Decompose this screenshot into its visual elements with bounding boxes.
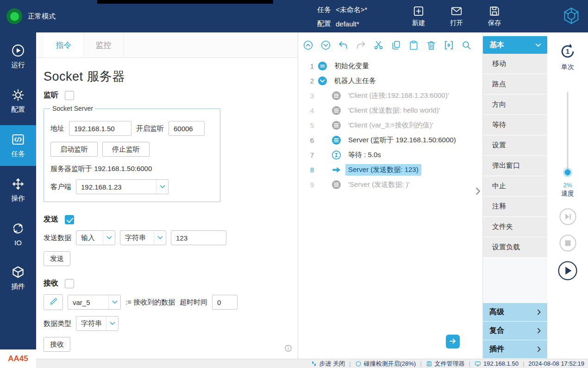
- step-next-button[interactable]: [559, 208, 576, 227]
- tree-row[interactable]: 7等待 : 5.0s: [298, 147, 482, 162]
- file-manager-icon: [426, 361, 432, 367]
- status-file-manager-text: 文件管理器: [435, 360, 465, 368]
- new-button[interactable]: 新建: [406, 5, 432, 27]
- tree-row[interactable]: 3'Client (连接:192.168.1.23:6000)': [298, 88, 482, 103]
- receive-var-select[interactable]: var_5: [68, 295, 121, 310]
- tab-monitor[interactable]: 监控: [84, 32, 124, 57]
- delete-button[interactable]: [423, 37, 440, 54]
- scroll-to-current-button[interactable]: [446, 335, 460, 349]
- receive-button[interactable]: 接收: [44, 337, 70, 352]
- speed-slider-handle[interactable]: [565, 170, 571, 176]
- stop-listen-button[interactable]: 停止监听: [102, 142, 150, 157]
- tree-row-text: 初始化变量: [332, 60, 372, 72]
- paste-button[interactable]: [405, 37, 422, 54]
- find-replace-button[interactable]: [440, 37, 457, 54]
- copy-button[interactable]: [388, 37, 405, 54]
- data-type-value: 字符串: [81, 319, 106, 328]
- send-checkbox[interactable]: [65, 215, 74, 224]
- listen-label: 监听: [44, 90, 58, 100]
- command-group-composite[interactable]: 复合: [483, 322, 547, 340]
- tree-row[interactable]: 2机器人主任务: [298, 73, 482, 88]
- receive-label: 接收: [44, 279, 58, 288]
- config-name-value: default*: [336, 20, 359, 28]
- tree-row[interactable]: 9'Server (发送数据: )': [298, 177, 482, 192]
- listen-checkbox[interactable]: [65, 91, 74, 100]
- expand-all-button[interactable]: [317, 37, 334, 54]
- status-step-mode[interactable]: 步进 关闭: [311, 360, 345, 368]
- redo-button[interactable]: [352, 37, 369, 54]
- sidebar-items: 运行配置任务操作IO插件: [0, 36, 36, 302]
- command-category-basic[interactable]: 基本: [483, 36, 547, 54]
- sidebar-item-operate[interactable]: 操作: [0, 170, 36, 210]
- save-button[interactable]: 保存: [482, 5, 507, 27]
- sidebar-item-task[interactable]: 任务: [0, 125, 36, 166]
- tree-row[interactable]: 4'Client (发送数据: hello world)': [298, 103, 482, 118]
- collapse-all-button[interactable]: [300, 37, 317, 54]
- command-item-set[interactable]: 设置: [483, 135, 547, 156]
- stop-button[interactable]: [559, 235, 576, 253]
- status-collision-detection[interactable]: 碰撞检测开启(28%): [355, 360, 416, 368]
- save-button-label: 保存: [488, 19, 501, 27]
- open-button[interactable]: 打开: [444, 5, 469, 27]
- tree-row[interactable]: 5'Client (var_3:=接收到的值)': [298, 118, 482, 133]
- tree-row-number: 9: [304, 181, 318, 189]
- tree-toolbar: [298, 32, 482, 58]
- status-step-mode-text: 步进 关闭: [319, 360, 345, 368]
- port-input[interactable]: [169, 121, 205, 136]
- send-button[interactable]: 发送: [44, 251, 70, 266]
- single-run-control[interactable]: 1 单次: [559, 43, 576, 71]
- tree-row-number: 1: [304, 62, 318, 70]
- cut-button[interactable]: [370, 37, 387, 54]
- chevron-down-icon: [108, 295, 120, 309]
- single-run-icon: 1: [559, 43, 576, 60]
- sidebar-item-io[interactable]: IO: [0, 214, 36, 254]
- command-item-folder[interactable]: 文件夹: [483, 217, 547, 237]
- timeout-input[interactable]: [212, 295, 238, 310]
- node-arrow-icon: [332, 165, 341, 175]
- command-item-direction[interactable]: 方向: [483, 95, 547, 115]
- start-listen-button[interactable]: 启动监听: [50, 142, 98, 157]
- sidebar-item-plugin[interactable]: 插件: [0, 258, 36, 298]
- edit-variable-button[interactable]: [44, 294, 63, 310]
- main-area: 运行配置任务操作IO插件 AA45 指令监控 Socket 服务器 监听 Soc: [0, 32, 588, 368]
- chevron-down-icon: [535, 43, 541, 47]
- tree-row[interactable]: 1初始化变量: [298, 58, 482, 73]
- info-icon[interactable]: [284, 344, 292, 352]
- tree-row-number: 2: [304, 77, 318, 85]
- send-source-select[interactable]: 输入: [76, 230, 115, 245]
- data-type-select[interactable]: 字符串: [76, 316, 119, 331]
- tree-row[interactable]: 6Server (监听于 192.168.1.50:6000): [298, 133, 482, 147]
- statusbar-separator: |: [349, 360, 350, 367]
- tab-instruction[interactable]: 指令: [44, 32, 84, 57]
- node-wait-icon: [332, 150, 341, 160]
- client-select[interactable]: 192.168.1.23: [76, 179, 169, 194]
- command-item-abort[interactable]: 中止: [483, 176, 547, 197]
- send-type-select[interactable]: 字符串: [120, 230, 166, 245]
- chevron-right-icon: [537, 309, 541, 315]
- panel-collapse-chevron[interactable]: [475, 187, 481, 195]
- undo-button[interactable]: [335, 37, 352, 54]
- receive-checkbox[interactable]: [65, 279, 74, 288]
- topbar: 正常模式 任务 <未命名>* 配置 default* 新建打开保存: [0, 0, 588, 32]
- command-group-plugin[interactable]: 插件: [483, 340, 547, 359]
- task-name-value: <未命名>*: [336, 6, 367, 14]
- sidebar-item-run[interactable]: 运行: [0, 36, 36, 77]
- send-data-input[interactable]: [171, 230, 226, 245]
- command-item-comment[interactable]: 注释: [483, 197, 547, 217]
- status-ip-address[interactable]: 192.168.1.50: [475, 360, 519, 367]
- panels: 指令监控 Socket 服务器 监听 Socket Server 地址: [36, 32, 588, 359]
- tree-row[interactable]: 8Server (发送数据: 123): [298, 162, 482, 177]
- command-group-advanced[interactable]: 高级: [483, 303, 547, 322]
- address-input[interactable]: [69, 121, 131, 136]
- command-item-wait[interactable]: 等待: [483, 115, 547, 135]
- search-button[interactable]: [458, 37, 475, 54]
- status-file-manager[interactable]: 文件管理器: [426, 360, 465, 368]
- command-item-waypoint[interactable]: 路点: [483, 74, 547, 95]
- speed-slider[interactable]: [564, 92, 571, 174]
- robot-mode-indicator[interactable]: 正常模式: [6, 8, 56, 24]
- sidebar-item-config[interactable]: 配置: [0, 81, 36, 121]
- command-item-move[interactable]: 移动: [483, 54, 547, 74]
- play-button[interactable]: [558, 261, 577, 282]
- command-item-popup[interactable]: 弹出窗口: [483, 156, 547, 176]
- command-item-set-payload[interactable]: 设置负载: [483, 237, 547, 258]
